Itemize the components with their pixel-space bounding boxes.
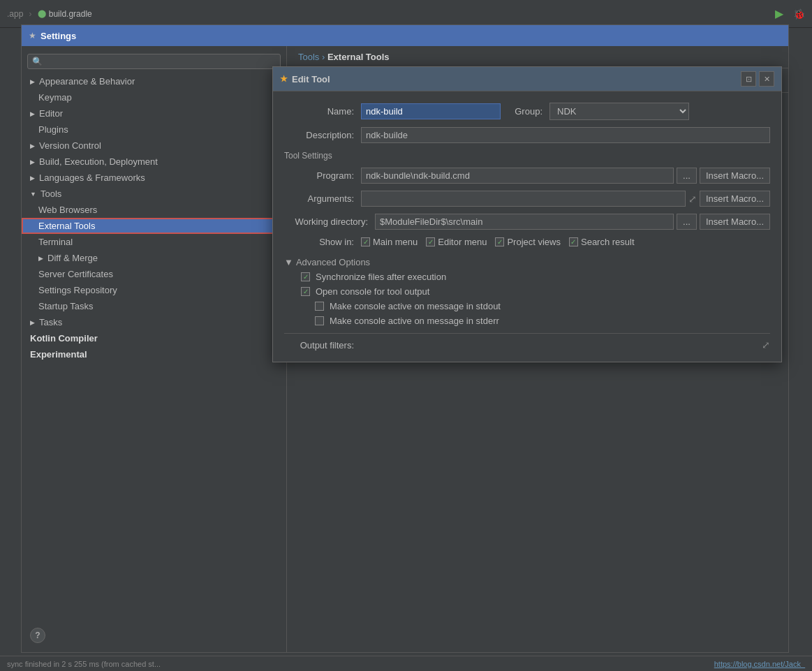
tool-settings-label: Tool Settings: [284, 151, 332, 161]
status-text: sync finished in 2 s 255 ms (from cached…: [7, 660, 161, 668]
advanced-options: ✓ Synchronize files after execution ✓ Op…: [284, 272, 770, 326]
show-in-options: ✓ Main menu ✓ Editor menu ✓ Project view…: [361, 237, 770, 247]
group-label: Group:: [508, 106, 542, 117]
working-dir-label: Working directory:: [284, 216, 368, 227]
dialog-title-bar: ★ Edit Tool ⊡ ✕: [273, 67, 781, 91]
dialog-title-label: Edit Tool: [292, 74, 330, 84]
editor-menu-checkbox[interactable]: ✓: [426, 237, 435, 246]
collapse-arrow-icon: ▼: [284, 257, 293, 267]
expand-icon: ⤢: [688, 193, 697, 205]
project-views-checkbox[interactable]: ✓: [495, 237, 504, 246]
make-console-stdout-label: Make console active on message in stdout: [330, 301, 501, 311]
main-menu-label: Main menu: [373, 237, 418, 247]
working-dir-input-group: ... Insert Macro...: [375, 214, 770, 230]
show-in-project-views[interactable]: ✓ Project views: [495, 237, 561, 247]
dialog-restore-button[interactable]: ⊡: [741, 71, 756, 87]
open-console-checkbox[interactable]: ✓: [301, 287, 310, 296]
arguments-row: Arguments: ⤢ Insert Macro...: [284, 191, 770, 207]
search-result-label: Search result: [581, 237, 635, 247]
program-input-group: ... Insert Macro...: [361, 168, 770, 184]
working-dir-macro-button[interactable]: Insert Macro...: [700, 214, 770, 230]
dialog-overlay: ★ Edit Tool ⊡ ✕ Name: Group: NDK Descrip…: [0, 0, 812, 671]
advanced-toggle[interactable]: ▼ Advanced Options: [284, 257, 770, 267]
dialog-close-button[interactable]: ✕: [759, 71, 774, 87]
program-input[interactable]: [361, 168, 674, 184]
program-macro-button[interactable]: Insert Macro...: [700, 168, 770, 184]
working-dir-row: Working directory: ... Insert Macro...: [284, 214, 770, 230]
dialog-controls: ⊡ ✕: [741, 71, 774, 87]
tool-settings-section: Tool Settings: [284, 150, 770, 161]
edit-tool-dialog: ★ Edit Tool ⊡ ✕ Name: Group: NDK Descrip…: [272, 66, 782, 362]
status-bar: sync finished in 2 s 255 ms (from cached…: [0, 656, 812, 671]
show-in-row: Show in: ✓ Main menu ✓ Editor menu ✓ Pro…: [284, 237, 770, 247]
description-label: Description:: [284, 130, 354, 140]
show-in-main-menu[interactable]: ✓ Main menu: [361, 237, 418, 247]
name-group-row: Name: Group: NDK: [284, 103, 770, 120]
program-browse-button[interactable]: ...: [677, 168, 697, 184]
project-views-label: Project views: [507, 237, 561, 247]
group-select[interactable]: NDK: [549, 103, 689, 120]
arguments-label: Arguments:: [284, 193, 354, 204]
make-console-stdout-checkbox[interactable]: [315, 302, 324, 311]
search-result-checkbox[interactable]: ✓: [569, 237, 578, 246]
make-console-stderr-checkbox[interactable]: [315, 316, 324, 325]
output-filters-expand-icon[interactable]: ⤢: [762, 339, 770, 351]
show-in-label: Show in:: [284, 237, 354, 247]
arguments-input-group: ⤢ Insert Macro...: [361, 191, 770, 207]
working-dir-input[interactable]: [375, 214, 674, 230]
sync-files-label: Synchronize files after execution: [316, 272, 446, 282]
editor-menu-label: Editor menu: [438, 237, 487, 247]
advanced-options-label: Advanced Options: [296, 257, 370, 267]
make-console-stderr-option[interactable]: Make console active on message in stderr: [301, 316, 770, 326]
program-label: Program:: [284, 170, 354, 181]
show-in-search-result[interactable]: ✓ Search result: [569, 237, 635, 247]
main-menu-checkbox[interactable]: ✓: [361, 237, 370, 246]
make-console-stdout-option[interactable]: Make console active on message in stdout: [301, 301, 770, 311]
description-input[interactable]: [361, 127, 770, 143]
show-in-editor-menu[interactable]: ✓ Editor menu: [426, 237, 487, 247]
name-label: Name:: [284, 106, 354, 117]
open-console-option[interactable]: ✓ Open console for tool output: [301, 286, 770, 297]
sync-files-option[interactable]: ✓ Synchronize files after execution: [301, 272, 770, 282]
make-console-stderr-label: Make console active on message in stderr: [330, 316, 499, 326]
output-filters-label: Output filters:: [284, 340, 354, 351]
arguments-input[interactable]: [361, 191, 686, 207]
dialog-body: Name: Group: NDK Description: Tool Setti…: [273, 91, 781, 362]
description-row: Description:: [284, 127, 770, 143]
url-link[interactable]: https://blog.csdn.net/Jack_: [714, 660, 805, 668]
dialog-title: ★ Edit Tool: [280, 74, 330, 84]
name-input[interactable]: [361, 103, 501, 119]
dialog-title-icon: ★: [280, 74, 288, 84]
output-filters-row: Output filters: ⤢: [284, 333, 770, 351]
arguments-macro-button[interactable]: Insert Macro...: [700, 191, 770, 207]
working-dir-browse-button[interactable]: ...: [677, 214, 697, 230]
program-row: Program: ... Insert Macro...: [284, 168, 770, 184]
advanced-section: ▼ Advanced Options ✓ Synchronize files a…: [284, 257, 770, 326]
open-console-label: Open console for tool output: [316, 286, 429, 297]
sync-files-checkbox[interactable]: ✓: [301, 272, 310, 281]
